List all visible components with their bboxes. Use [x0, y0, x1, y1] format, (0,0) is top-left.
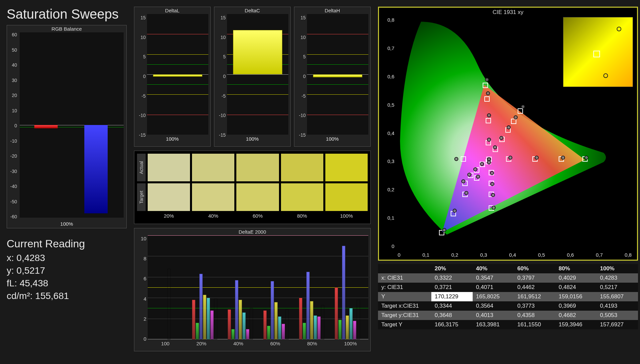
cie-measured-icon [487, 113, 491, 117]
cie-panel[interactable]: CIE 1931 xy 00,10,20,30,40,50,60,70,8 [378, 7, 638, 261]
table-row: Target y:CIE310,36480,40130,43580,46820,… [378, 311, 638, 320]
deltaE-bar [317, 316, 321, 339]
deltaE2000-chart: DeltaE 2000 1086420 10020%40%60%80%100% [134, 228, 371, 351]
deltaE-bar [303, 323, 306, 339]
rgb-bar-blue [84, 125, 108, 213]
rgb-balance-plot [20, 32, 124, 218]
table-row: Y170,1229165,8025161,9512159,0156155,680… [378, 292, 638, 301]
table-row-header: Target y:CIE31 [378, 311, 431, 320]
cie-target-icon [518, 108, 523, 114]
rgb-bar-red [34, 125, 58, 128]
deltaE-bar [353, 321, 356, 339]
cie-measured-icon [486, 91, 490, 95]
deltaE-bar [203, 295, 206, 339]
cie-measured-icon [464, 191, 468, 195]
cie-measured-icon [485, 78, 489, 82]
deltaE-bar [228, 309, 231, 339]
table-cell: 0,4824 [555, 283, 597, 292]
cie-zoom-target [593, 51, 600, 57]
table-cell: 163,3981 [473, 320, 514, 329]
cie-measured-icon [491, 193, 495, 197]
table-cell: 0,4358 [514, 311, 555, 320]
swatch-actual [236, 154, 279, 181]
deltaE-bar [299, 298, 302, 339]
swatch-target [192, 183, 234, 211]
delta-L-yaxis: 151050-5-10-15 [134, 15, 146, 138]
rgb-balance-xlabel: 100% [7, 220, 126, 227]
table-cell: 0,5217 [597, 283, 638, 292]
swatch-target [281, 183, 323, 211]
table-cell: 157,6927 [597, 320, 638, 329]
cie-target-icon [483, 83, 488, 88]
cie-measured-icon [507, 125, 511, 129]
deltaE2000-xaxis: 10020%40%60%80%100% [134, 339, 370, 346]
swatch-label: 100% [325, 213, 368, 221]
table-cell: 0,3547 [473, 273, 514, 283]
swatch-label: 40% [192, 213, 234, 221]
deltaE-bar [274, 302, 278, 339]
delta-H-chart: DeltaH 151050-5-10-15 100% [294, 7, 371, 147]
table-col-header: 20% [431, 264, 473, 273]
table-cell: 0,3322 [431, 273, 473, 283]
deltaE-bar [285, 309, 289, 339]
cie-target-icon [484, 96, 490, 102]
readings-table: 20%40%60%80%100% x: CIE310,33220,35470,3… [378, 264, 638, 329]
deltaE-bar [192, 300, 195, 339]
cie-target-icon [511, 119, 516, 124]
delta-L-plot [147, 14, 208, 135]
swatch-target [236, 183, 279, 211]
table-cell: 0,3564 [473, 301, 514, 311]
table-cell: 161,1550 [514, 320, 555, 329]
deltaE-bar [235, 280, 238, 339]
table-cell: 170,1229 [431, 292, 473, 301]
delta-L-bar [153, 74, 202, 77]
cie-measured-icon [514, 115, 518, 119]
delta-C-bar [233, 30, 282, 74]
delta-C-chart: DeltaC 151050-5-10-15 100% [214, 7, 291, 147]
deltaE-bar [349, 308, 353, 339]
table-cell: 0,4283 [597, 273, 638, 283]
cie-measured-icon [561, 156, 565, 160]
reading-x: x: 0,4283 [7, 253, 127, 263]
cie-measured-icon [584, 156, 588, 160]
table-row-header: y: CIE31 [378, 283, 431, 292]
table-cell: 0,3344 [431, 301, 473, 311]
deltaE-bar [310, 301, 313, 339]
cie-zoom-point-icon [617, 27, 621, 31]
cie-measured-icon [535, 156, 539, 160]
cie-target-icon [461, 156, 466, 162]
table-cell: 0,4029 [555, 273, 597, 283]
table-cell: 0,4682 [555, 311, 597, 320]
table-row: Target Y166,3175163,3981161,1550159,3946… [378, 320, 638, 329]
reading-fL: fL: 45,438 [7, 278, 127, 289]
rgb-balance-chart: RGB Balance 6050403020100-10-20-30-40-50… [7, 25, 127, 228]
deltaE-bar [167, 269, 171, 339]
swatch-target [148, 183, 190, 211]
cie-measured-icon [487, 160, 491, 164]
table-cell: 0,5053 [597, 311, 638, 320]
cie-measured-icon [473, 167, 477, 171]
deltaE-bar [314, 315, 317, 339]
deltaE-bar [242, 312, 246, 339]
swatch-panel: ActualTarget20%40%60%80%100% [134, 151, 371, 224]
delta-H-title: DeltaH [294, 7, 370, 14]
table-cell: 0,3969 [555, 301, 597, 311]
swatch-row-actual: Actual [137, 154, 146, 181]
deltaE-bar [357, 300, 360, 339]
cie-measured-icon [508, 156, 512, 160]
deltaE-bar [263, 310, 267, 339]
deltaE-bar [199, 274, 203, 339]
cie-xaxis: 00,10,20,30,40,50,60,70,8 [398, 252, 632, 258]
deltaE-bar [335, 287, 338, 339]
cie-measured-icon [453, 209, 457, 213]
table-row: x: CIE310,33220,35470,37970,40290,4283 [378, 273, 638, 283]
table-row-header: x: CIE31 [378, 273, 431, 283]
page-title: Saturation Sweeps [7, 7, 127, 22]
current-reading-panel: Current Reading x: 0,4283 y: 0,5217 fL: … [7, 238, 127, 303]
cie-title: CIE 1931 xy [379, 8, 637, 17]
delta-L-chart: DeltaL 151050-5-10-15 100% [134, 7, 211, 147]
delta-C-xlabel: 100% [214, 135, 290, 142]
deltaE-bar [207, 298, 210, 339]
deltaE-bar [338, 320, 342, 339]
delta-H-yaxis: 151050-5-10-15 [294, 15, 306, 138]
